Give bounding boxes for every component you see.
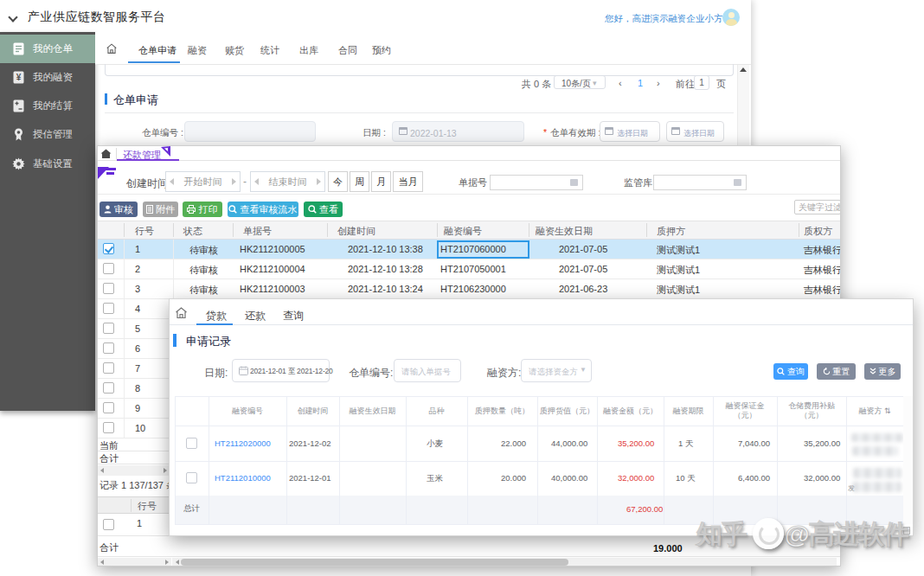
svg-text:¥: ¥: [16, 73, 22, 82]
